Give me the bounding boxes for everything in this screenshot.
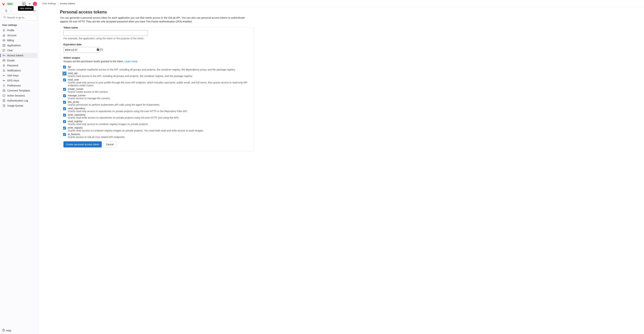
scope-checkbox-create_runner[interactable] <box>63 88 66 91</box>
svg-rect-9 <box>3 35 5 36</box>
sidebar-item-authentication-log[interactable]: Authentication Log <box>1 98 38 103</box>
scope-name: read_registry <box>68 120 251 123</box>
svg-rect-28 <box>3 95 5 96</box>
scope-checkbox-read_api[interactable] <box>63 72 66 75</box>
scope-name: write_registry <box>68 126 251 129</box>
scope-description: Grants read-only access to your profile … <box>68 81 251 87</box>
sidebar-item-label: Billing <box>7 39 14 42</box>
scope-description: Grants read-only access to repositories … <box>68 110 251 113</box>
scope-checkbox-write_registry[interactable] <box>63 127 66 130</box>
gitlab-logo-icon[interactable] <box>2 2 6 6</box>
sidebar-item-profile[interactable]: Profile <box>1 28 38 33</box>
open-calendar-button[interactable] <box>100 48 103 52</box>
scope-row-read_api: read_apiGrants read access to the API, i… <box>63 72 251 77</box>
sidebar-item-comment-templates[interactable]: Comment Templates <box>1 88 38 93</box>
scope-row-read_user: read_userGrants read-only access to your… <box>63 78 251 87</box>
sidebar-item-applications[interactable]: Applications <box>1 43 38 48</box>
breadcrumb-parent[interactable]: User Settings <box>42 2 56 5</box>
sshkeys-icon <box>2 74 6 77</box>
gpgkeys-icon <box>2 79 6 82</box>
account-icon <box>2 34 6 37</box>
cancel-button[interactable]: Cancel <box>103 141 116 148</box>
sidebar-item-notifications[interactable]: Notifications <box>1 68 38 73</box>
sidebar-item-preferences[interactable]: Preferences <box>1 83 38 88</box>
page-description: You can generate a personal access token… <box>60 16 250 23</box>
svg-rect-15 <box>4 46 5 46</box>
token-form-card: Token name For example, the application … <box>60 27 254 151</box>
help-label: Help <box>6 329 11 332</box>
svg-point-22 <box>4 85 4 85</box>
svg-point-24 <box>4 86 5 86</box>
sidebar-item-gpg-keys[interactable]: GPG Keys <box>1 78 38 83</box>
sidebar-item-label: Authentication Log <box>7 99 28 102</box>
expiration-date-wrapper <box>64 47 100 53</box>
token-icon <box>2 54 6 57</box>
sidebar-item-label: SSH Keys <box>7 74 19 77</box>
create-token-button[interactable]: Create personal access token <box>64 141 102 148</box>
expiration-date-input[interactable] <box>65 47 96 53</box>
scope-checkbox-read_user[interactable] <box>63 79 66 81</box>
sidebar-item-label: Profile <box>7 29 14 32</box>
sidebar-item-billing[interactable]: Billing <box>1 38 38 43</box>
sidebar-item-usage-quotas[interactable]: Usage Quotas <box>1 103 38 108</box>
templates-icon <box>2 89 6 92</box>
scope-description: Grants access to manage the runners. <box>68 97 251 100</box>
emails-icon <box>2 59 6 62</box>
scope-checkbox-read_repository[interactable] <box>63 107 66 110</box>
sidebar-item-access-tokens[interactable]: Access tokens <box>1 53 38 58</box>
help-link[interactable]: Help <box>2 329 36 332</box>
sidebar-item-label: Notifications <box>7 69 21 72</box>
scope-row-manage_runner: manage_runnerGrants access to manage the… <box>63 94 251 100</box>
svg-rect-10 <box>3 40 5 41</box>
svg-point-7 <box>4 29 4 30</box>
scope-row-create_runner: create_runnerGrants create access to the… <box>63 88 251 93</box>
scope-checkbox-manage_runner[interactable] <box>63 94 66 97</box>
scope-name: k8s_proxy <box>68 100 251 103</box>
sidebar-item-label: Comment Templates <box>7 89 30 92</box>
sidebar-item-ssh-keys[interactable]: SSH Keys <box>1 73 38 78</box>
scope-description: Grants access to GitLab Duo related API … <box>68 136 251 139</box>
sidebar-item-active-sessions[interactable]: Active Sessions <box>1 93 38 98</box>
search-placeholder: Search or go to... <box>7 16 26 19</box>
svg-rect-4 <box>5 9 7 11</box>
sidebar-item-account[interactable]: Account <box>1 33 38 38</box>
password-icon <box>2 64 6 67</box>
new-button[interactable] <box>27 1 32 6</box>
scope-checkbox-k8s_proxy[interactable] <box>63 101 66 104</box>
svg-point-16 <box>3 55 4 56</box>
scopes-subtext-wrap: Scopes set the permission levels granted… <box>64 60 251 63</box>
scope-checkbox-ai_features[interactable] <box>63 133 66 136</box>
scope-name: read_repository <box>68 107 251 110</box>
profile-icon <box>2 29 6 32</box>
svg-rect-38 <box>100 49 102 51</box>
sidebar-section-title: User settings <box>0 23 39 28</box>
svg-line-6 <box>5 18 6 18</box>
scope-checkbox-write_repository[interactable] <box>63 114 66 117</box>
scope-description: Grants create access to the runners. <box>68 90 251 93</box>
scope-name: ai_features <box>68 133 251 136</box>
sidebar-item-chat[interactable]: Chat <box>1 48 38 53</box>
scope-checkbox-read_registry[interactable] <box>63 120 66 123</box>
sidebar-item-label: Emails <box>7 59 15 62</box>
search-button[interactable]: Search or go to... <box>2 15 37 20</box>
svg-rect-14 <box>3 46 4 46</box>
clear-date-button[interactable] <box>96 48 100 52</box>
sidebar-item-label: Active Sessions <box>7 94 25 97</box>
scope-description: Grants complete read/write access to the… <box>68 68 251 71</box>
token-name-input[interactable] <box>64 30 148 36</box>
expiration-label: Expiration date <box>64 43 251 46</box>
sidebar-item-label: GPG Keys <box>7 79 19 82</box>
issues-shortcut[interactable] <box>2 8 11 13</box>
learn-more-link[interactable]: Learn more. <box>124 60 138 63</box>
svg-rect-18 <box>3 65 5 66</box>
next-badge: Next <box>6 2 14 5</box>
user-avatar[interactable] <box>33 2 37 6</box>
scopes-heading: Select scopes <box>64 56 251 59</box>
sidebar-item-password[interactable]: Password <box>1 63 38 68</box>
token-name-label: Token name <box>64 26 251 29</box>
sidebar-item-emails[interactable]: Emails <box>1 58 38 63</box>
scope-name: read_api <box>68 72 251 75</box>
scope-name: write_repository <box>68 113 251 116</box>
sidebar-item-label: Chat <box>7 49 12 52</box>
scope-checkbox-api[interactable] <box>63 66 66 68</box>
